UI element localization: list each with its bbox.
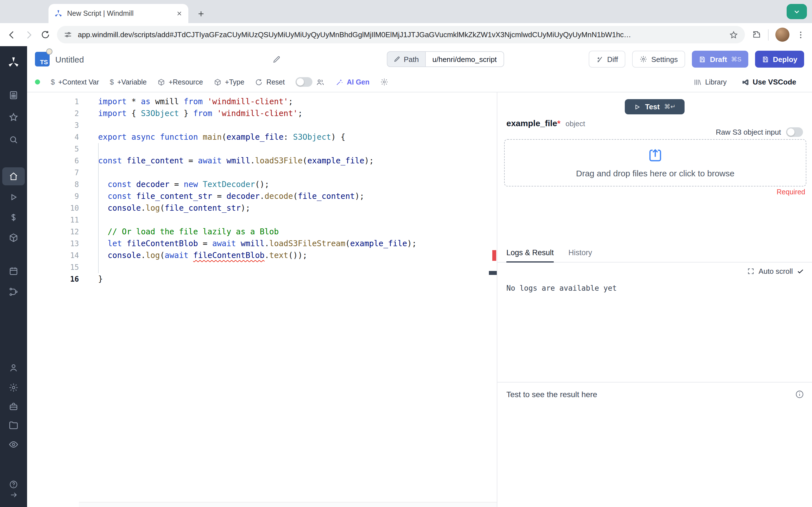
diff-button[interactable]: Diff xyxy=(589,51,625,68)
horizontal-scrollbar[interactable] xyxy=(79,502,497,507)
tab-close-icon[interactable] xyxy=(176,10,183,17)
settings-button[interactable]: Settings xyxy=(632,51,685,68)
sidebar-item-audit-logs[interactable] xyxy=(0,435,27,454)
sidebar-item-runs[interactable] xyxy=(0,187,27,207)
sidebar-item-variables[interactable] xyxy=(0,208,27,227)
code-line[interactable]: 13 let fileContentBlob = await wmill.loa… xyxy=(27,238,497,249)
add-resource-button[interactable]: +Resource xyxy=(157,78,203,86)
code-text: import { S3Object } from 'windmill-clien… xyxy=(79,108,303,119)
path-value[interactable]: u/henri/demo_script xyxy=(425,51,504,67)
test-panel: Test ⌘↵ example_file* object Raw S3 obje… xyxy=(497,93,812,507)
sidebar-item-favorites[interactable] xyxy=(0,108,27,127)
draft-button[interactable]: Draft ⌘S xyxy=(692,51,748,68)
code-editor[interactable]: 1import * as wmill from 'windmill-client… xyxy=(27,93,497,507)
sidebar-item-settings[interactable] xyxy=(0,378,27,397)
url-text[interactable]: app.windmill.dev/scripts/add#JTdCJTIyaGF… xyxy=(78,31,723,39)
library-button[interactable]: Library xyxy=(694,78,726,86)
code-line[interactable]: 2import { S3Object } from 'windmill-clie… xyxy=(27,108,497,119)
toggle-off[interactable] xyxy=(296,77,312,87)
windmill-favicon-icon xyxy=(54,9,63,18)
magic-wand-icon xyxy=(336,78,343,86)
required-label: Required xyxy=(777,188,805,196)
tab-logs-result[interactable]: Logs & Result xyxy=(506,247,554,263)
path-edit-button[interactable]: Path xyxy=(387,51,425,67)
code-line[interactable]: 8 const decoder = new TextDecoder(); xyxy=(27,179,497,190)
code-line[interactable]: 16} xyxy=(27,273,497,285)
raw-s3-toggle-row: Raw S3 object input xyxy=(716,127,803,137)
tab-history[interactable]: History xyxy=(568,247,592,262)
script-title[interactable]: Untitled xyxy=(55,54,84,64)
info-icon[interactable] xyxy=(795,390,804,399)
bookmark-star-icon[interactable] xyxy=(729,30,738,39)
code-line[interactable]: 14 console.log(await fileContentBlob.tex… xyxy=(27,249,497,262)
sidebar-item-schedules[interactable] xyxy=(0,262,27,281)
argument-type: object xyxy=(566,119,585,128)
panel-tabs: Logs & Result History xyxy=(497,247,812,263)
sidebar-item-folders[interactable] xyxy=(0,416,27,435)
code-line[interactable]: 15 xyxy=(27,262,497,273)
sidebar-item-search[interactable] xyxy=(0,130,27,149)
auto-scroll-control[interactable]: Auto scroll xyxy=(748,267,804,276)
upload-icon xyxy=(647,148,663,163)
file-dropzone[interactable]: Drag and drop files here or click to bro… xyxy=(504,139,806,186)
code-line[interactable]: 12 // Or load the file lazily as a Blob xyxy=(27,226,497,238)
line-number: 5 xyxy=(27,143,79,155)
add-type-button[interactable]: +Type xyxy=(214,78,245,86)
code-line[interactable]: 3 xyxy=(27,119,497,131)
expand-icon[interactable] xyxy=(748,268,755,275)
site-settings-icon[interactable] xyxy=(64,31,72,39)
test-button[interactable]: Test ⌘↵ xyxy=(625,99,684,114)
code-line[interactable]: 11 xyxy=(27,214,497,226)
extensions-icon[interactable] xyxy=(752,30,761,40)
reset-button[interactable]: Reset xyxy=(255,78,285,86)
line-number: 1 xyxy=(27,96,79,108)
use-vscode-button[interactable]: Use VSCode xyxy=(741,78,796,86)
add-context-var-button[interactable]: $ +Context Var xyxy=(51,78,99,86)
code-line[interactable]: 1import * as wmill from 'windmill-client… xyxy=(27,96,497,108)
editor-settings-gear-icon[interactable] xyxy=(380,78,389,86)
line-number: 15 xyxy=(27,262,79,273)
browser-avatar[interactable] xyxy=(775,27,790,42)
address-bar[interactable]: app.windmill.dev/scripts/add#JTdCJTIyaGF… xyxy=(57,26,745,43)
edit-title-pencil-icon[interactable] xyxy=(272,55,281,63)
raw-s3-toggle[interactable] xyxy=(786,127,803,137)
add-variable-button[interactable]: $ +Variable xyxy=(110,78,147,86)
no-logs-message: No logs are available yet xyxy=(506,284,617,292)
forward-icon[interactable] xyxy=(24,30,34,40)
back-icon[interactable] xyxy=(7,30,17,40)
code-line[interactable]: 9 const file_content_str = decoder.decod… xyxy=(27,190,497,202)
sidebar-collapse-arrow-icon[interactable] xyxy=(0,485,27,504)
panel-divider xyxy=(497,382,812,383)
browser-tab[interactable]: New Script | Windmill xyxy=(49,4,188,23)
path-group: Path u/henri/demo_script xyxy=(387,51,504,67)
sidebar-item-user[interactable] xyxy=(0,358,27,378)
code-line[interactable]: 4export async function main(example_file… xyxy=(27,131,497,143)
sidebar-item-apps[interactable] xyxy=(0,86,27,105)
code-text: const decoder = new TextDecoder(); xyxy=(79,179,269,190)
line-number: 4 xyxy=(27,131,79,143)
reload-icon[interactable] xyxy=(41,30,50,40)
code-text xyxy=(79,262,98,273)
new-tab-button[interactable] xyxy=(193,6,209,21)
code-line[interactable]: 6const file_content = await wmill.loadS3… xyxy=(27,155,497,167)
sidebar-item-workers[interactable] xyxy=(0,397,27,416)
line-number: 12 xyxy=(27,226,79,238)
sidebar-item-home[interactable] xyxy=(0,167,27,186)
multiplayer-toggle[interactable] xyxy=(296,77,325,87)
sidebar-item-resources[interactable] xyxy=(0,228,27,247)
deploy-button[interactable]: Deploy xyxy=(755,51,804,68)
code-line[interactable]: 10 console.log(file_content_str); xyxy=(27,202,497,214)
scroll-marker[interactable] xyxy=(489,271,497,275)
tab-title: New Script | Windmill xyxy=(67,10,171,17)
browser-menu-icon[interactable] xyxy=(796,30,805,39)
code-line[interactable]: 7 xyxy=(27,167,497,179)
code-text: import * as wmill from 'windmill-client'… xyxy=(79,96,293,108)
code-line[interactable]: 5 xyxy=(27,143,497,155)
windmill-logo[interactable] xyxy=(0,53,27,72)
line-number: 13 xyxy=(27,238,79,249)
sidebar-item-flows[interactable] xyxy=(0,282,27,301)
browser-profile-chevron-button[interactable] xyxy=(786,4,807,19)
code-text: const file_content_str = decoder.decode(… xyxy=(79,190,364,202)
line-number: 16 xyxy=(27,273,79,285)
ai-gen-button[interactable]: AI Gen xyxy=(336,78,370,86)
